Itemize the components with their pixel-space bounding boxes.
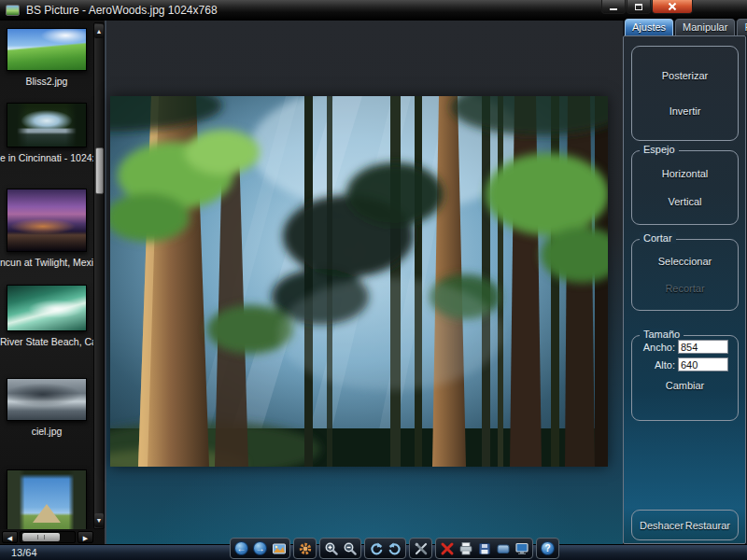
- height-label: Alto:: [632, 359, 675, 371]
- zoom-group: [319, 538, 361, 559]
- tools-group: [409, 538, 432, 559]
- print-icon: [458, 541, 473, 556]
- panel-body: Posterizar Invertir Espejo Horizontal Ve…: [623, 35, 746, 544]
- scroll-up-button[interactable]: ▲: [94, 24, 104, 38]
- gear-icon: [298, 541, 313, 556]
- minimize-button[interactable]: [601, 0, 626, 14]
- zoom-out-button[interactable]: [341, 539, 359, 557]
- help-icon: ?: [541, 541, 555, 555]
- tab-filtro[interactable]: Filtro: [737, 19, 747, 35]
- tab-ajustes[interactable]: Ajustes: [625, 19, 673, 35]
- rotate-left-icon: [369, 541, 384, 556]
- width-label: Ancho:: [632, 342, 675, 353]
- resize-apply-button[interactable]: Cambiar: [632, 380, 738, 391]
- posterize-button[interactable]: Posterizar: [632, 70, 738, 81]
- horizontal-scroll-track[interactable]: [20, 531, 76, 543]
- close-button[interactable]: [652, 0, 693, 14]
- wallpaper-icon: [496, 541, 511, 556]
- image-canvas: [106, 21, 623, 544]
- tab-manipular[interactable]: Manipular: [675, 19, 735, 35]
- panel-tabs: Ajustes Manipular Filtro: [625, 19, 747, 35]
- thumbnail-image: [7, 469, 87, 529]
- mirror-group-title: Espejo: [640, 144, 679, 155]
- scroll-down-button[interactable]: ▼: [94, 513, 104, 527]
- mirror-horizontal-button[interactable]: Horizontal: [632, 168, 738, 179]
- display-button[interactable]: [513, 539, 530, 557]
- thumbnail-horizontal-scrollbar[interactable]: ◀ ▶: [2, 530, 93, 543]
- zoom-out-icon: [343, 541, 358, 556]
- maximize-icon: [635, 4, 642, 10]
- window-controls: [601, 0, 693, 14]
- thumbnail-item-pyramid[interactable]: [0, 469, 93, 529]
- delete-button[interactable]: [438, 539, 456, 557]
- vertical-scroll-thumb[interactable]: [95, 147, 104, 194]
- height-input[interactable]: [678, 357, 728, 371]
- tools-panel: Ajustes Manipular Filtro Posterizar Inve…: [623, 19, 747, 544]
- crop-group: Cortar Seleccionar Recortar: [631, 239, 739, 311]
- width-input[interactable]: [678, 340, 728, 354]
- restore-button[interactable]: Restaurar: [685, 520, 730, 531]
- window-title: BS Picture - AeroWoods.jpg 1024x768: [26, 4, 218, 17]
- main-image[interactable]: [110, 96, 608, 467]
- navigation-group: ← →: [230, 538, 290, 559]
- thumbnail-image: [7, 285, 87, 331]
- thumbnail-item-river-state-beach[interactable]: River State Beach, Califor: [0, 285, 93, 347]
- forest-photo: [110, 96, 608, 467]
- settings-button[interactable]: [296, 539, 314, 557]
- rotate-right-icon: [388, 541, 402, 556]
- crop-group-title: Cortar: [640, 232, 676, 244]
- thumbnail-item-cincinnati[interactable]: e in Cincinnati - 1024x76: [0, 103, 93, 163]
- thumbnail-vertical-scrollbar[interactable]: ▲ ▼: [93, 22, 105, 529]
- thumbnail-label: ncun at Twilight, Mexico.j: [0, 257, 93, 268]
- image-icon: [272, 541, 287, 556]
- next-button[interactable]: →: [251, 539, 269, 557]
- thumbnail-item-ciel[interactable]: ciel.jpg: [0, 378, 93, 437]
- thumbnail-label: e in Cincinnati - 1024x76: [0, 152, 93, 163]
- window-titlebar: BS Picture - AeroWoods.jpg 1024x768: [0, 0, 747, 21]
- thumbnail-item-cancun-twilight[interactable]: ncun at Twilight, Mexico.j: [0, 189, 93, 268]
- size-group-title: Tamaño: [640, 329, 684, 340]
- horizontal-scroll-thumb[interactable]: [22, 533, 60, 541]
- select-region-button[interactable]: Seleccionar: [632, 256, 738, 267]
- help-button[interactable]: ?: [539, 539, 557, 557]
- mirror-group: Espejo Horizontal Vertical: [631, 150, 739, 225]
- rotate-group: [364, 538, 406, 559]
- thumbnail-label: Bliss2.jpg: [0, 76, 93, 87]
- wallpaper-button[interactable]: [494, 539, 512, 557]
- rotate-left-button[interactable]: [367, 539, 385, 557]
- thumbnail-image: [7, 378, 87, 421]
- main-toolbar: ← →: [230, 538, 559, 559]
- previous-button[interactable]: ←: [233, 539, 250, 557]
- next-icon: →: [253, 541, 267, 555]
- settings-group: [293, 538, 317, 559]
- thumbnail-label: ciel.jpg: [0, 426, 93, 437]
- open-image-button[interactable]: [270, 539, 288, 557]
- mirror-vertical-button[interactable]: Vertical: [632, 196, 738, 207]
- thumbnail-label: River State Beach, Califor: [0, 336, 93, 347]
- maximize-button[interactable]: [627, 0, 651, 14]
- scroll-right-button[interactable]: ▶: [78, 531, 93, 543]
- scroll-left-button[interactable]: ◀: [2, 531, 18, 543]
- rotate-right-button[interactable]: [386, 539, 403, 557]
- size-group: Tamaño Ancho: Alto: Cambiar: [631, 335, 739, 421]
- tools-button[interactable]: [412, 539, 430, 557]
- thumbnail-image: [7, 28, 87, 71]
- delete-icon: [440, 541, 455, 556]
- minimize-icon: [610, 8, 617, 10]
- zoom-in-button[interactable]: [322, 539, 340, 557]
- image-counter: 13/64: [11, 547, 37, 558]
- previous-icon: ←: [234, 541, 248, 555]
- save-button[interactable]: [475, 539, 493, 557]
- invert-button[interactable]: Invertir: [632, 105, 738, 117]
- adjust-group: Posterizar Invertir: [631, 46, 739, 141]
- tools-icon: [414, 541, 429, 556]
- thumbnail-list: Bliss2.jpg e in Cincinnati - 1024x76 ncu…: [0, 21, 93, 529]
- undo-button[interactable]: Deshacer: [640, 520, 684, 531]
- thumbnail-item-bliss2[interactable]: Bliss2.jpg: [0, 28, 93, 87]
- application-window: BS Picture - AeroWoods.jpg 1024x768 Blis…: [0, 0, 747, 560]
- print-button[interactable]: [457, 539, 474, 557]
- help-group: ?: [536, 538, 559, 559]
- history-group: Deshacer Restaurar: [631, 510, 739, 540]
- zoom-in-icon: [324, 541, 339, 556]
- thumbnail-sidebar: Bliss2.jpg e in Cincinnati - 1024x76 ncu…: [0, 21, 106, 544]
